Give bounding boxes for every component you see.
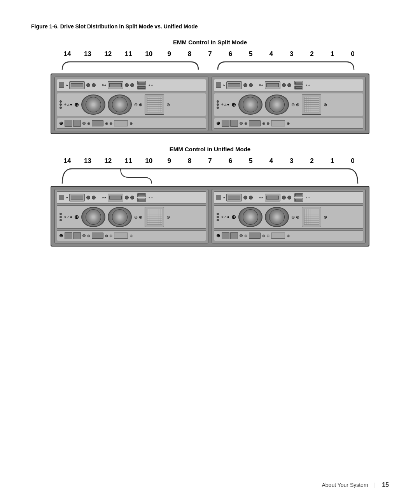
split-right-bottom-row: ⊕ ⊕ ⊕ ⊕ ⊕ xyxy=(214,118,363,129)
split-left-fan-row: ⊕ △ ◆ ⊕ ⊕ ⊕ xyxy=(57,93,206,116)
u-fan-1 xyxy=(81,207,105,227)
slot-num-0: 0 xyxy=(344,50,362,58)
u-slot-num-10: 10 xyxy=(140,157,158,165)
slot-num-10: 10 xyxy=(140,50,158,58)
split-right-half: In Out xyxy=(212,77,366,131)
emm-in-connector xyxy=(69,81,85,89)
footer-text: About Your System xyxy=(322,482,368,488)
u-power-unit-1 xyxy=(145,207,164,227)
emm-out-connector-r xyxy=(265,81,280,89)
slot-num-9: 9 xyxy=(160,50,178,58)
u-slot-num-1: 1 xyxy=(323,157,341,165)
u-slot-num-12: 12 xyxy=(99,157,117,165)
split-left-bottom-row: ⊕ ⊕ ⊕ ⊕ ⊕ xyxy=(57,118,206,129)
page-footer: About Your System | 15 xyxy=(322,481,389,488)
u-slot-num-8: 8 xyxy=(181,157,199,165)
u-slot-num-6: 6 xyxy=(221,157,239,165)
split-mode-section: EMM Control in Split Mode 14 13 12 11 10… xyxy=(31,39,389,134)
split-chassis: In Out xyxy=(51,74,369,134)
u-power-unit-2 xyxy=(302,207,321,227)
fan-2 xyxy=(108,94,132,115)
split-right-fan-row: ⊕ △ ◆ ⊕ ⊕ ⊕ ⊕ xyxy=(214,93,363,116)
unified-left-emm-row: In Out xyxy=(57,191,206,204)
emm-circle-7 xyxy=(282,83,286,87)
u-fan-3 xyxy=(238,207,262,227)
figure-caption-bold: Figure 1-6. xyxy=(31,23,59,30)
emm-out-connector-u2 xyxy=(265,194,280,201)
u-slot-num-4: 4 xyxy=(262,157,280,165)
fan-3 xyxy=(238,94,262,115)
power-unit-2 xyxy=(302,94,321,115)
split-left-emm-row: In Out xyxy=(57,79,206,91)
unified-right-half: In Out xyxy=(212,189,366,243)
u-slot-num-5: 5 xyxy=(242,157,260,165)
slot-num-11: 11 xyxy=(119,50,137,58)
emm-out-connector-u1 xyxy=(108,194,123,201)
emm-circle-8 xyxy=(287,83,291,87)
unified-mode-section: EMM Control in Unified Mode 14 13 12 11 … xyxy=(31,146,389,247)
split-right-emm-row: In Out xyxy=(214,79,363,91)
slot-num-13: 13 xyxy=(79,50,96,58)
unified-slot-numbers: 14 13 12 11 10 9 8 7 6 5 4 3 2 1 0 xyxy=(51,157,369,165)
emm-in-connector-r xyxy=(226,81,242,89)
slot-num-7: 7 xyxy=(201,50,219,58)
split-mode-title: EMM Control in Split Mode xyxy=(31,39,389,46)
slot-num-8: 8 xyxy=(181,50,199,58)
fan-4 xyxy=(265,94,289,115)
footer-page-number: 15 xyxy=(382,481,389,488)
fan-1 xyxy=(81,94,105,115)
split-bracket-svg xyxy=(51,59,369,74)
u-slot-num-7: 7 xyxy=(201,157,219,165)
split-left-half: In Out xyxy=(54,77,208,131)
slot-num-2: 2 xyxy=(303,50,321,58)
u-slot-num-3: 3 xyxy=(283,157,301,165)
power-unit-1 xyxy=(145,94,164,115)
emm-in-connector-u2 xyxy=(226,194,242,201)
emm-out-connector xyxy=(108,81,123,89)
unified-right-fan-row: ⊕ △ ◆ ⊕ ⊕ ⊕ ⊕ xyxy=(214,205,363,229)
slot-num-12: 12 xyxy=(99,50,117,58)
figure-caption: Figure 1-6. Drive Slot Distribution in S… xyxy=(31,23,389,30)
emm-circle-6 xyxy=(249,83,253,87)
emm-in-connector-u1 xyxy=(69,194,85,201)
emm-circle-2 xyxy=(92,83,96,87)
unified-bracket-svg xyxy=(51,166,369,186)
emm-block-1 xyxy=(59,82,64,88)
slot-num-4: 4 xyxy=(262,50,280,58)
unified-right-bottom-row: ⊕ ⊕ ⊕ ⊕ ⊕ xyxy=(214,230,363,241)
emm-block-2 xyxy=(216,82,221,88)
split-slot-numbers: 14 13 12 11 10 9 8 7 6 5 4 3 2 1 0 xyxy=(51,50,369,58)
figure-caption-text: Drive Slot Distribution in Split Mode vs… xyxy=(60,23,198,30)
slot-num-1: 1 xyxy=(323,50,341,58)
slot-num-14: 14 xyxy=(58,50,76,58)
u-fan-4 xyxy=(265,207,289,227)
unified-mode-title: EMM Control in Unified Mode xyxy=(31,146,389,152)
u-slot-num-11: 11 xyxy=(119,157,137,165)
u-slot-num-9: 9 xyxy=(160,157,178,165)
unified-left-half: In Out xyxy=(54,189,208,243)
emm-block-u2 xyxy=(216,195,221,200)
footer-separator: | xyxy=(374,482,376,488)
u-slot-num-2: 2 xyxy=(303,157,321,165)
slot-num-5: 5 xyxy=(242,50,260,58)
slot-num-3: 3 xyxy=(283,50,301,58)
page-container: Figure 1-6. Drive Slot Distribution in S… xyxy=(0,0,420,504)
unified-left-bottom-row: ⊕ ⊕ ⊕ ⊕ ⊕ xyxy=(57,230,206,241)
emm-circle-1 xyxy=(86,83,90,87)
u-slot-num-0: 0 xyxy=(344,157,362,165)
u-slot-num-14: 14 xyxy=(58,157,76,165)
unified-right-emm-row: In Out xyxy=(214,191,363,204)
emm-circle-4 xyxy=(130,83,134,87)
emm-circle-5 xyxy=(243,83,247,87)
unified-left-fan-row: ⊕ △ ◆ ⊕ ⊕ ⊕ ⊕ xyxy=(57,205,206,229)
u-fan-2 xyxy=(108,207,132,227)
slot-num-6: 6 xyxy=(221,50,239,58)
unified-chassis: In Out xyxy=(51,186,369,247)
emm-circle-3 xyxy=(125,83,129,87)
u-slot-num-13: 13 xyxy=(79,157,96,165)
emm-block-u1 xyxy=(59,195,64,200)
